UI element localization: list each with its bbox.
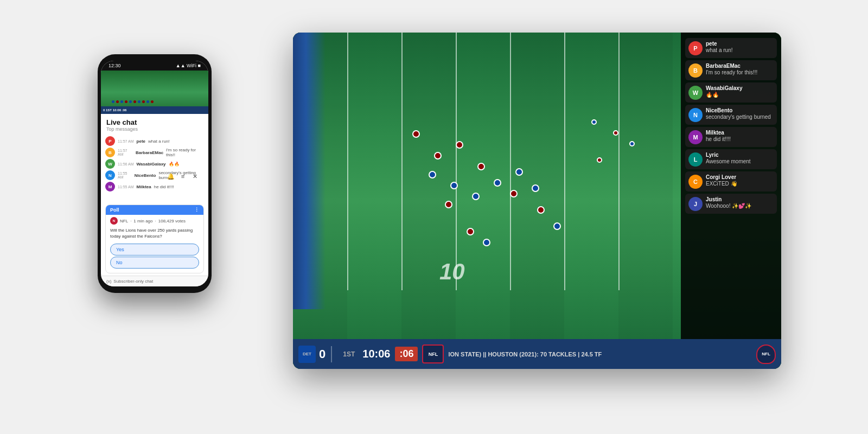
phone-avatar: B	[105, 148, 115, 157]
chat-avatar-pete: P	[688, 41, 703, 55]
mini-player	[146, 100, 149, 103]
phone-avatar: N	[105, 170, 115, 180]
phone-chat-time: 11:56 AM	[118, 162, 134, 166]
chat-message-wasabi: W WasabiGalaxy 🔥🔥	[685, 82, 777, 103]
chat-message-justin: J Justin Woohooo! ✨💕✨	[685, 194, 777, 214]
scene: 10	[54, 33, 814, 401]
chat-avatar-nicebento: N	[688, 108, 703, 122]
poll-option-yes[interactable]: Yes	[110, 244, 199, 256]
chat-avatar-wasabi: W	[688, 86, 703, 100]
field-stripe-4	[618, 33, 673, 339]
chat-text: secondary's getting burned	[706, 113, 774, 120]
mini-field: 0 1ST 10:06 :06	[101, 71, 208, 114]
game-clock: 10:06	[362, 348, 390, 360]
phone-bottom-bar: (x) Subscriber-only chat	[101, 276, 208, 286]
phone-chat-user: pete	[137, 139, 145, 144]
chat-avatar-corgi: C	[688, 175, 703, 189]
mini-player	[138, 100, 141, 103]
player-dot	[429, 171, 436, 178]
team1-score: 0	[319, 347, 326, 361]
chat-text: I'm so ready for this!!!	[706, 69, 774, 76]
phone-chat-user: NiceBento	[135, 173, 156, 178]
score-divider	[331, 346, 332, 362]
chat-header-icons[interactable]: 🔔 ≡ ✕	[167, 173, 199, 180]
mini-player	[151, 100, 154, 103]
field-stripe-2	[401, 33, 456, 339]
chat-avatar-barbara: B	[688, 63, 703, 78]
chat-text: Woohooo! ✨💕✨	[706, 202, 774, 209]
chat-username: BarbaraEMac	[706, 63, 774, 69]
poll-option-no[interactable]: No	[110, 257, 199, 269]
phone-chat-user: Milktea	[137, 184, 151, 189]
phone-chat-time: 11:57 AM	[118, 139, 134, 143]
player-dot	[472, 193, 480, 200]
chat-avatar-lyric: L	[688, 152, 703, 167]
chat-avatar-justin: J	[688, 197, 703, 211]
player-dot	[532, 184, 539, 192]
field-left-zone	[293, 33, 326, 309]
yard-line	[618, 33, 620, 290]
tv-chat-panel: P pete what a run! B BarbaraEMac I'm so …	[681, 33, 781, 339]
poll-menu-icon[interactable]: ⋮	[194, 207, 199, 213]
tv-frame: 10	[293, 33, 781, 369]
bell-icon[interactable]: 🔔	[167, 173, 175, 180]
yard-line	[456, 33, 457, 290]
player-dot	[450, 182, 458, 189]
quarter-label: 1ST	[343, 350, 355, 358]
lions-logo: DET	[298, 346, 316, 363]
chat-username: Lyric	[706, 152, 774, 158]
subscriber-text: Subscriber-only chat	[113, 279, 153, 284]
chat-text: 🔥🔥	[706, 91, 774, 98]
player-dot	[553, 222, 561, 230]
yard-line	[510, 33, 511, 290]
phone-status-bar: 12:30 ▲▲ WiFi ■	[101, 61, 208, 71]
chat-message-lyric: L Lyric Awesome moment	[685, 149, 777, 169]
yard-line	[564, 33, 565, 290]
poll-source-time: ·	[130, 219, 131, 224]
phone-frame: 12:30 ▲▲ WiFi ■	[98, 54, 212, 293]
play-clock: :06	[395, 347, 418, 361]
mini-player	[112, 100, 114, 103]
player-dot	[629, 141, 635, 146]
phone-chat-user: WasabiGalaxy	[137, 162, 166, 167]
poll-question: Will the Lions have over 250 yards passi…	[106, 227, 203, 242]
poll-vote-count: 108,429 votes	[158, 219, 186, 224]
chat-content-lyric: Lyric Awesome moment	[706, 152, 774, 165]
quarter-info: 1ST	[343, 350, 355, 358]
player-dot	[483, 239, 490, 246]
chat-content-wasabi: WasabiGalaxy 🔥🔥	[706, 85, 774, 98]
phone-chat-row: B 11:57 AM BarbaraEMac I'm so ready for …	[105, 148, 204, 157]
chat-content-milktea: Milktea he did it!!!!	[706, 130, 774, 143]
chat-username: Justin	[706, 196, 774, 202]
yard-number-10: 10	[439, 259, 465, 285]
player-dot	[445, 201, 452, 208]
phone-chat-text: what a run!	[148, 139, 170, 144]
player-dot	[591, 119, 597, 125]
ticker-text: ION STATE) || HOUSTON (2021): 70 TACKLES…	[448, 351, 756, 358]
phone-chat-row: M 11:55 AM Milktea he did it!!!!	[105, 182, 204, 192]
phone-chat-time: 11:55 AM	[118, 185, 134, 189]
phone-chat-text: 🔥🔥	[169, 162, 180, 167]
chat-username: pete	[706, 41, 774, 47]
chat-username: NiceBento	[706, 107, 774, 113]
yard-line	[347, 33, 348, 290]
filter-icon[interactable]: ≡	[179, 173, 187, 180]
poll-header-label: Poll	[110, 207, 119, 213]
player-dot	[537, 206, 545, 214]
player-dot	[434, 152, 442, 159]
chat-username: WasabiGalaxy	[706, 85, 774, 91]
live-chat-title: Live chat	[106, 118, 203, 126]
phone-video-thumbnail: 0 1ST 10:06 :06	[101, 71, 208, 114]
chat-username: Corgi Lover	[706, 174, 774, 180]
player-dot	[494, 179, 501, 187]
player-dot	[456, 141, 463, 149]
close-icon[interactable]: ✕	[191, 173, 199, 180]
mini-player	[133, 100, 136, 103]
chat-text: he did it!!!!	[706, 136, 774, 143]
mini-player	[142, 100, 145, 103]
chat-message-corgi: C Corgi Lover EXCiTED 👋	[685, 171, 777, 192]
mini-players	[112, 100, 177, 103]
phone-chat-row: W 11:56 AM WasabiGalaxy 🔥🔥	[105, 159, 204, 169]
chat-text: what a run!	[706, 47, 774, 54]
player-dot	[510, 190, 518, 197]
